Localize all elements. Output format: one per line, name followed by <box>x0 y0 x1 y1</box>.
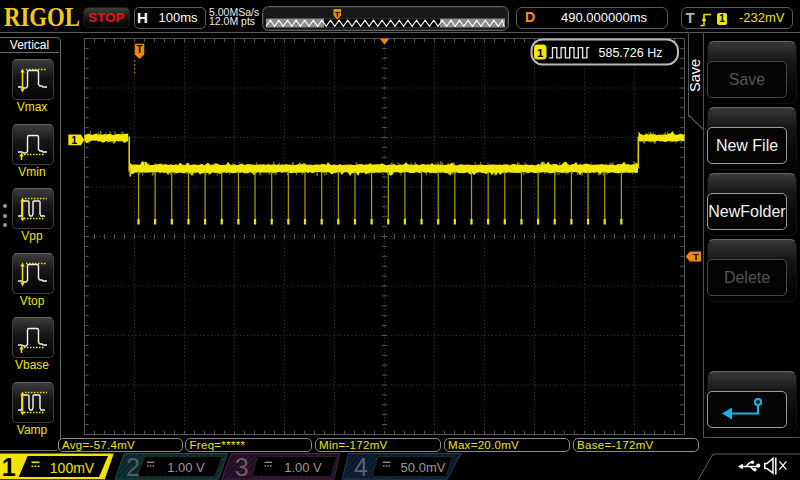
svg-text:2: 2 <box>126 453 140 480</box>
svg-text:T: T <box>137 44 143 55</box>
svg-text:T: T <box>693 251 699 262</box>
svg-text:1: 1 <box>2 453 16 480</box>
svg-text:1: 1 <box>537 47 544 59</box>
svg-text:1.00 V: 1.00 V <box>284 460 322 475</box>
svg-text:4: 4 <box>354 453 368 480</box>
svg-text:T: T <box>335 10 340 19</box>
svg-text:3: 3 <box>235 453 249 480</box>
svg-text:585.726 Hz: 585.726 Hz <box>599 46 663 60</box>
svg-text:100mV: 100mV <box>50 460 95 476</box>
svg-text:50.0mV: 50.0mV <box>401 460 446 475</box>
svg-text:1: 1 <box>71 134 77 146</box>
svg-text:1.00 V: 1.00 V <box>167 460 205 475</box>
